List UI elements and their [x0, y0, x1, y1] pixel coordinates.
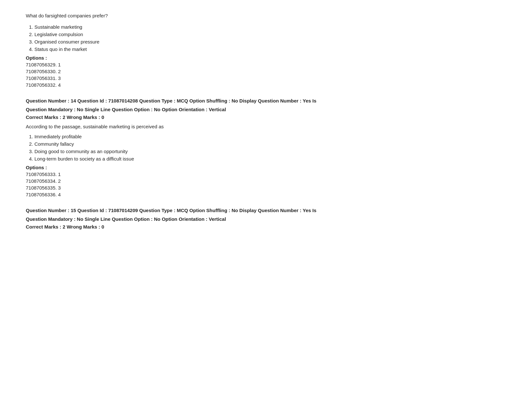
intro-options-label: Options : [26, 55, 506, 61]
q14-question-text: According to the passage, sustainable ma… [26, 124, 506, 129]
q15-meta-line1: Question Number : 15 Question Id : 71087… [26, 207, 506, 214]
q14-meta-line1: Question Number : 14 Question Id : 71087… [26, 97, 506, 105]
q14-meta-line2: Question Mandatory : No Single Line Ques… [26, 106, 506, 113]
question-14-section: Question Number : 14 Question Id : 71087… [26, 97, 506, 197]
list-item: 2. Legislative compulsion [29, 32, 506, 37]
question-15-section: Question Number : 15 Question Id : 71087… [26, 207, 506, 230]
list-item: 1. Immediately profitable [29, 134, 506, 139]
q14-options-list: 1. Immediately profitable 2. Community f… [29, 134, 506, 161]
q14-option-code-1: 71087056333. 1 [26, 171, 506, 177]
list-item: 2. Community fallacy [29, 141, 506, 147]
intro-option-code-1: 71087056329. 1 [26, 62, 506, 67]
q15-marks: Correct Marks : 2 Wrong Marks : 0 [26, 224, 506, 230]
q14-options-label: Options : [26, 165, 506, 170]
list-item: 4. Long-term burden to society as a diff… [29, 156, 506, 161]
q14-marks: Correct Marks : 2 Wrong Marks : 0 [26, 114, 506, 120]
list-item: 3. Organised consumer pressure [29, 39, 506, 44]
q14-option-code-3: 71087056335. 3 [26, 185, 506, 191]
list-item: 1. Sustainable marketing [29, 24, 506, 30]
intro-question-text: What do farsighted companies prefer? [26, 13, 506, 18]
q15-meta-line2: Question Mandatory : No Single Line Ques… [26, 216, 506, 223]
intro-options-list: 1. Sustainable marketing 2. Legislative … [29, 24, 506, 52]
list-item: 4. Status quo in the market [29, 46, 506, 52]
q14-option-code-2: 71087056334. 2 [26, 178, 506, 184]
intro-option-code-3: 71087056331. 3 [26, 75, 506, 81]
intro-option-code-4: 71087056332. 4 [26, 82, 506, 88]
q14-option-code-4: 71087056336. 4 [26, 192, 506, 197]
intro-section: What do farsighted companies prefer? 1. … [26, 13, 506, 88]
list-item: 3. Doing good to community as an opportu… [29, 149, 506, 154]
intro-option-code-2: 71087056330. 2 [26, 69, 506, 74]
